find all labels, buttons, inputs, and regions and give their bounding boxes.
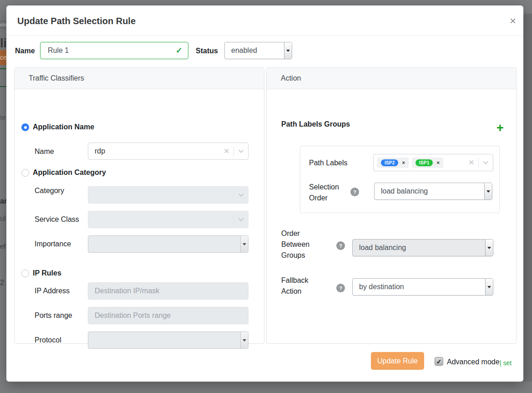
order-between-groups-help-icon[interactable]: ? xyxy=(336,241,345,250)
traffic-classifiers-panel: Traffic Classifiers Application Name Nam… xyxy=(14,67,264,344)
radio-dot xyxy=(24,126,27,129)
path-labels-group-card: Path Labels ISP2 × ISP1 × ✕ xyxy=(300,146,500,213)
protocol-select xyxy=(88,332,248,349)
close-icon[interactable]: × xyxy=(510,15,516,26)
application-category-radio[interactable] xyxy=(21,169,29,177)
bg-row-fragment-1: ul xyxy=(0,214,5,223)
fallback-action-select[interactable]: by destination xyxy=(352,278,493,296)
header-divider xyxy=(6,36,523,36)
arrow-triangle xyxy=(486,190,490,193)
service-class-combobox xyxy=(88,211,248,228)
bg-breadcrumb-fragment: olic xyxy=(0,20,6,29)
rule-name-input[interactable] xyxy=(41,46,176,55)
selection-order-value: load balancing xyxy=(375,183,484,199)
order-between-groups-value: load balancing xyxy=(353,240,485,256)
bg-page-title-fragment: li xyxy=(0,36,6,51)
ports-range-label: Ports range xyxy=(35,311,72,320)
bg-orange-button-fragment: ce xyxy=(0,50,6,65)
add-group-icon[interactable]: + xyxy=(497,122,504,134)
fallback-action-label: Fallback Action xyxy=(281,275,318,297)
selection-order-help-icon[interactable]: ? xyxy=(350,188,359,196)
ports-range-input: Destination Ports range xyxy=(88,307,248,324)
dimmed-page-right-edge xyxy=(523,14,532,382)
dropdown-arrow-icon[interactable] xyxy=(485,279,493,295)
ip-address-input: Destination IP/mask xyxy=(88,282,248,300)
arrow-triangle xyxy=(487,286,491,288)
rule-name-field: ✓ xyxy=(40,42,188,59)
application-category-radio-label: Application Category xyxy=(33,168,106,177)
action-header: Action xyxy=(267,68,516,89)
valid-check-icon: ✓ xyxy=(176,46,188,56)
dropdown-arrow-icon[interactable] xyxy=(284,42,292,59)
chevron-down-icon xyxy=(234,193,248,197)
bg-row-fragment-2: ef xyxy=(0,242,6,250)
path-labels-groups-label: Path Labels Groups xyxy=(281,120,350,128)
dimmed-page-bottom-edge xyxy=(0,382,532,393)
bg-tab-fragment: te xyxy=(0,113,6,121)
protocol-label: Protocol xyxy=(35,336,61,344)
path-label-tag: ISP1 × xyxy=(412,158,443,168)
selected-path-labels: ISP2 × ISP1 × xyxy=(374,158,464,168)
application-name-combobox[interactable]: rdp ✕ xyxy=(88,143,248,160)
chevron-down-icon xyxy=(234,218,248,221)
service-class-label: Service Class xyxy=(35,215,79,224)
advanced-mode-label: Advanced mode xyxy=(447,358,500,366)
path-labels-label: Path Labels xyxy=(309,159,348,167)
dropdown-arrow-icon[interactable] xyxy=(485,240,493,256)
set-link[interactable]: | set xyxy=(500,359,512,367)
protocol-value xyxy=(88,332,240,348)
dropdown-arrow-icon[interactable] xyxy=(484,183,492,199)
traffic-classifiers-header: Traffic Classifiers xyxy=(15,68,264,89)
modal-title: Update Path Selection Rule xyxy=(17,16,136,26)
update-path-selection-rule-modal: Update Path Selection Rule × Name ✓ Stat… xyxy=(6,5,523,382)
action-panel: Action Path Labels Groups + Path Labels … xyxy=(266,67,517,344)
application-name-radio[interactable] xyxy=(21,123,29,131)
clear-icon[interactable]: ✕ xyxy=(219,147,233,155)
app-name-label: Name xyxy=(35,148,54,156)
remove-tag-icon[interactable]: × xyxy=(436,160,439,165)
importance-select xyxy=(88,235,248,253)
arrow-triangle xyxy=(243,243,246,245)
category-label: Category xyxy=(35,187,64,195)
fallback-action-value: by destination xyxy=(353,279,485,295)
chevron-down-icon[interactable] xyxy=(479,161,493,164)
arrow-triangle xyxy=(487,247,491,249)
bg-row-fragment-3: 2 xyxy=(0,279,4,287)
status-select[interactable]: enabled xyxy=(224,42,292,59)
advanced-mode-checkbox[interactable]: ✓ xyxy=(435,357,443,366)
order-between-groups-select[interactable]: load balancing xyxy=(352,239,493,256)
dimmed-page-left-edge: olic li ce te ar ul ef 2 xyxy=(0,0,6,393)
bg-heading-fragment: ar xyxy=(0,197,6,205)
importance-value xyxy=(88,236,240,252)
status-field-label: Status xyxy=(196,47,218,55)
arrow-triangle xyxy=(243,339,246,342)
application-name-radio-label: Application Name xyxy=(33,123,94,131)
path-label-tag: ISP2 × xyxy=(377,158,409,168)
selection-order-label: Selection Order xyxy=(309,182,348,204)
importance-label: Importance xyxy=(35,240,71,248)
selection-order-select[interactable]: load balancing xyxy=(374,183,492,200)
status-select-value: enabled xyxy=(225,42,284,59)
bg-divider-line xyxy=(0,86,6,87)
ip-address-label: IP Address xyxy=(35,287,70,295)
ip-rules-radio-label: IP Rules xyxy=(33,269,61,277)
fallback-action-help-icon[interactable]: ? xyxy=(336,284,345,292)
isp1-badge: ISP1 xyxy=(415,159,433,166)
application-name-value: rdp xyxy=(88,147,219,155)
isp2-badge: ISP2 xyxy=(381,159,398,166)
bg-tab-underline xyxy=(0,68,6,69)
ip-rules-radio[interactable] xyxy=(21,270,29,277)
category-combobox xyxy=(88,186,248,204)
path-labels-multiselect[interactable]: ISP2 × ISP1 × ✕ xyxy=(373,154,493,171)
name-field-label: Name xyxy=(15,47,35,55)
order-between-groups-label: Order Between Groups xyxy=(281,228,315,261)
update-rule-button[interactable]: Update Rule xyxy=(371,352,424,370)
remove-tag-icon[interactable]: × xyxy=(402,160,405,165)
clear-icon[interactable]: ✕ xyxy=(464,158,478,167)
dropdown-arrow-icon xyxy=(240,236,248,252)
chevron-down-icon[interactable] xyxy=(234,149,248,153)
dropdown-arrow-icon xyxy=(240,332,248,348)
arrow-triangle xyxy=(286,50,290,52)
